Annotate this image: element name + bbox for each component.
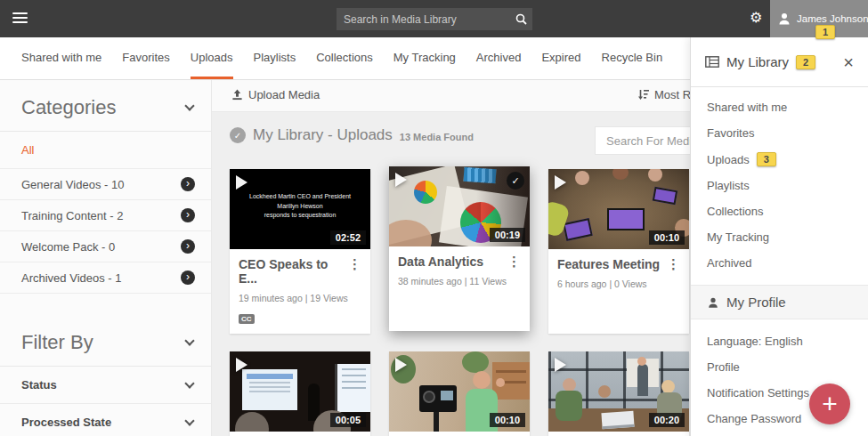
tab-archived[interactable]: Archived: [476, 37, 522, 79]
video-title[interactable]: Data Analytics: [398, 254, 483, 269]
user-name: James Johnson: [797, 13, 868, 24]
play-icon: [395, 173, 407, 187]
close-icon[interactable]: ×: [843, 53, 854, 71]
chevron-down-icon: [184, 416, 194, 425]
thumbnail-art: [242, 369, 297, 410]
tab-playlists[interactable]: Playlists: [254, 37, 296, 79]
chevron-down-icon: [184, 101, 194, 110]
thumbnail-art: [441, 391, 453, 400]
chevron-down-icon: [184, 378, 194, 388]
card-body: CEO Speaks to E... ⋮ 19 minutes ago | 19…: [230, 249, 370, 334]
filter-status[interactable]: Status: [0, 367, 211, 404]
duration-badge: 00:20: [649, 413, 685, 427]
cc-badge: CC: [239, 314, 255, 324]
kebab-menu-icon[interactable]: ⋮: [507, 254, 521, 268]
profile-item-profile[interactable]: Profile: [691, 354, 868, 380]
category-general-videos[interactable]: General Videos - 10 ›: [0, 169, 211, 200]
video-thumbnail[interactable]: 00:10: [389, 351, 530, 432]
media-library-app: ⚙ James Johnson 1 Shared with me Favorit…: [0, 0, 868, 436]
panel-item-uploads[interactable]: Uploads 3: [691, 146, 868, 173]
duration-badge: 00:10: [649, 230, 685, 245]
hamburger-menu-icon[interactable]: [12, 12, 28, 24]
video-thumbnail[interactable]: 00:05: [230, 351, 370, 432]
thumbnail-art: [414, 181, 437, 204]
kebab-menu-icon[interactable]: ⋮: [348, 257, 361, 270]
global-search-input[interactable]: [337, 13, 509, 26]
categories-title: Categories: [21, 96, 116, 119]
media-card-row2-3: 00:20: [548, 351, 689, 436]
thumbnail-art: [598, 385, 611, 398]
video-thumbnail[interactable]: ✓ 00:19: [389, 166, 530, 246]
chevron-right-circle-icon[interactable]: ›: [181, 208, 195, 222]
my-library-dropdown-panel: My Library 2 × Shared with me Favorites …: [690, 37, 868, 436]
video-thumbnail[interactable]: 00:10: [548, 169, 689, 249]
step-badge-1: 1: [815, 25, 835, 39]
video-thumbnail[interactable]: 00:20: [548, 351, 689, 432]
page-title: My Library - Uploads: [253, 126, 393, 144]
upload-label: Upload Media: [248, 88, 320, 101]
settings-gear-icon[interactable]: ⚙: [750, 9, 762, 26]
panel-item-favorites[interactable]: Favorites: [691, 120, 868, 146]
video-meta: 19 minutes ago | 19 Views: [239, 293, 361, 303]
tab-uploads[interactable]: Uploads: [191, 37, 233, 79]
filter-processed-state[interactable]: Processed State: [0, 404, 211, 436]
selected-check-icon[interactable]: ✓: [507, 172, 524, 190]
tab-my-tracking[interactable]: My Tracking: [393, 37, 456, 79]
panel-header: My Library 2 ×: [691, 37, 868, 87]
upload-media-button[interactable]: Upload Media: [231, 88, 320, 101]
profile-person-icon: [707, 296, 719, 309]
chevron-right-circle-icon[interactable]: ›: [181, 239, 195, 254]
chevron-right-circle-icon[interactable]: ›: [181, 270, 195, 285]
category-label: General Videos - 10: [21, 178, 124, 191]
tab-favorites[interactable]: Favorites: [122, 37, 169, 79]
panel-item-playlists[interactable]: Playlists: [691, 173, 868, 198]
thumbnail-art: [648, 169, 662, 182]
duration-badge: 00:10: [490, 413, 525, 427]
media-card-data-analytics: ✓ 00:19 Data Analytics ⋮ 38 minutes ago …: [389, 166, 530, 331]
search-icon[interactable]: [509, 13, 532, 25]
panel-item-my-tracking[interactable]: My Tracking: [691, 224, 868, 250]
media-card-row2-2: 00:10: [389, 351, 530, 436]
category-welcome-pack[interactable]: Welcome Pack - 0 ›: [0, 231, 211, 262]
thumbnail-art: [661, 380, 675, 393]
thumbnail-art: [607, 208, 645, 230]
sort-button[interactable]: Most Re: [637, 88, 697, 101]
panel-title: My Library: [726, 54, 789, 69]
categories-section-header[interactable]: Categories: [0, 80, 211, 132]
panel-item-archived[interactable]: Archived: [691, 250, 868, 276]
step-badge-3: 3: [757, 152, 776, 166]
video-title[interactable]: Features Meeting: [557, 257, 660, 271]
thumbnail-art: [637, 364, 648, 396]
tab-collections[interactable]: Collections: [316, 37, 373, 79]
thumbnail-art: [563, 378, 576, 392]
panel-item-collections[interactable]: Collections: [691, 198, 868, 224]
category-label: Welcome Pack - 0: [21, 240, 115, 254]
play-icon: [555, 175, 566, 190]
tab-recycle-bin[interactable]: Recycle Bin: [602, 37, 663, 79]
kebab-menu-icon[interactable]: ⋮: [667, 257, 680, 270]
video-title[interactable]: CEO Speaks to E...: [239, 257, 348, 286]
panel-item-shared-with-me[interactable]: Shared with me: [691, 94, 868, 120]
add-media-fab[interactable]: +: [809, 384, 850, 424]
panel-nav-list: Shared with me Favorites Uploads 3 Playl…: [691, 87, 868, 279]
thumbnail-art: [434, 412, 439, 432]
filter-label: Status: [21, 378, 57, 392]
filter-by-title: Filter By: [21, 331, 93, 354]
library-icon: [705, 56, 719, 68]
chevron-right-circle-icon[interactable]: ›: [181, 177, 195, 191]
tab-expired[interactable]: Expired: [541, 37, 580, 79]
profile-item-sign-out[interactable]: Sign Out: [691, 432, 868, 436]
profile-item-language[interactable]: Language: English: [691, 328, 868, 354]
media-grid-row-1: Lockheed Martin CEO and President Marill…: [230, 169, 689, 334]
my-profile-title: My Profile: [726, 295, 786, 310]
category-training-content[interactable]: Training Content - 2 ›: [0, 200, 211, 231]
card-body: Data Analytics ⋮ 38 minutes ago | 11 Vie…: [389, 246, 530, 331]
thumbnail-caption: Lockheed Martin CEO and President Marill…: [230, 192, 370, 221]
thumbnail-art: [556, 391, 582, 421]
tab-shared-with-me[interactable]: Shared with me: [21, 37, 101, 79]
category-label: Training Content - 2: [21, 209, 123, 222]
filter-by-section-header[interactable]: Filter By: [0, 315, 211, 367]
video-thumbnail[interactable]: Lockheed Martin CEO and President Marill…: [230, 169, 370, 249]
category-archived-videos[interactable]: Archived Videos - 1 ›: [0, 262, 211, 294]
category-all[interactable]: All: [0, 132, 211, 169]
